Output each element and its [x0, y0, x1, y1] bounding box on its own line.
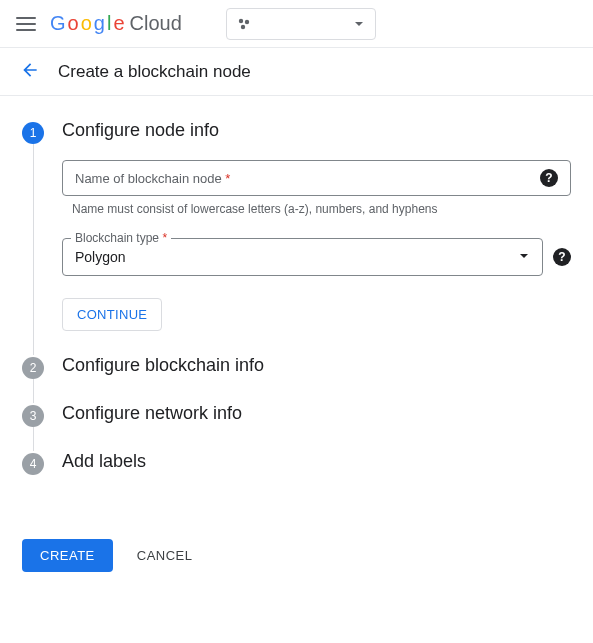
top-bar: Google Cloud: [0, 0, 593, 48]
action-bar: CREATE CANCEL: [0, 539, 593, 572]
google-cloud-logo[interactable]: Google Cloud: [50, 12, 182, 35]
back-arrow-icon[interactable]: [20, 60, 40, 83]
svg-point-1: [245, 19, 249, 23]
svg-point-0: [239, 18, 243, 22]
blockchain-type-label: Blockchain type *: [71, 231, 171, 245]
name-placeholder-wrap: Name of blockchain node *: [75, 171, 230, 186]
project-dots-icon: [237, 17, 251, 31]
stepper-content: 1 Configure node info Name of blockchain…: [0, 96, 593, 505]
page-title: Create a blockchain node: [58, 62, 251, 82]
step-1-header: 1 Configure node info: [22, 120, 571, 144]
step-4-title: Add labels: [62, 451, 146, 472]
step-connector: [33, 427, 571, 451]
hamburger-menu-icon[interactable]: [16, 14, 36, 34]
cancel-button[interactable]: CANCEL: [137, 548, 193, 563]
help-icon[interactable]: ?: [540, 169, 558, 187]
svg-point-2: [241, 24, 245, 28]
logo-cloud-text: Cloud: [130, 12, 182, 35]
step-2-title: Configure blockchain info: [62, 355, 264, 376]
step-3-header[interactable]: 3 Configure network info: [22, 403, 571, 427]
create-button[interactable]: CREATE: [22, 539, 113, 572]
help-icon[interactable]: ?: [553, 248, 571, 266]
step-badge-4: 4: [22, 453, 44, 475]
step-badge-1: 1: [22, 122, 44, 144]
step-2-header[interactable]: 2 Configure blockchain info: [22, 355, 571, 379]
continue-button[interactable]: CONTINUE: [62, 298, 162, 331]
step-4-header[interactable]: 4 Add labels: [22, 451, 571, 475]
blockchain-type-value: Polygon: [75, 249, 126, 265]
blockchain-type-wrap: Blockchain type * Polygon ?: [62, 238, 571, 276]
step-badge-2: 2: [22, 357, 44, 379]
sub-header: Create a blockchain node: [0, 48, 593, 96]
caret-down-icon: [353, 18, 365, 30]
step-1-title: Configure node info: [62, 120, 219, 141]
name-helper-text: Name must consist of lowercase letters (…: [72, 202, 571, 216]
step-badge-3: 3: [22, 405, 44, 427]
step-1-body: Name of blockchain node * ? Name must co…: [33, 144, 571, 355]
caret-down-icon: [518, 249, 530, 265]
name-text-field[interactable]: Name of blockchain node * ?: [62, 160, 571, 196]
project-picker[interactable]: [226, 8, 376, 40]
name-field-group: Name of blockchain node * ? Name must co…: [62, 160, 571, 216]
blockchain-type-select[interactable]: Blockchain type * Polygon: [62, 238, 543, 276]
step-connector: [33, 379, 571, 403]
step-3-title: Configure network info: [62, 403, 242, 424]
